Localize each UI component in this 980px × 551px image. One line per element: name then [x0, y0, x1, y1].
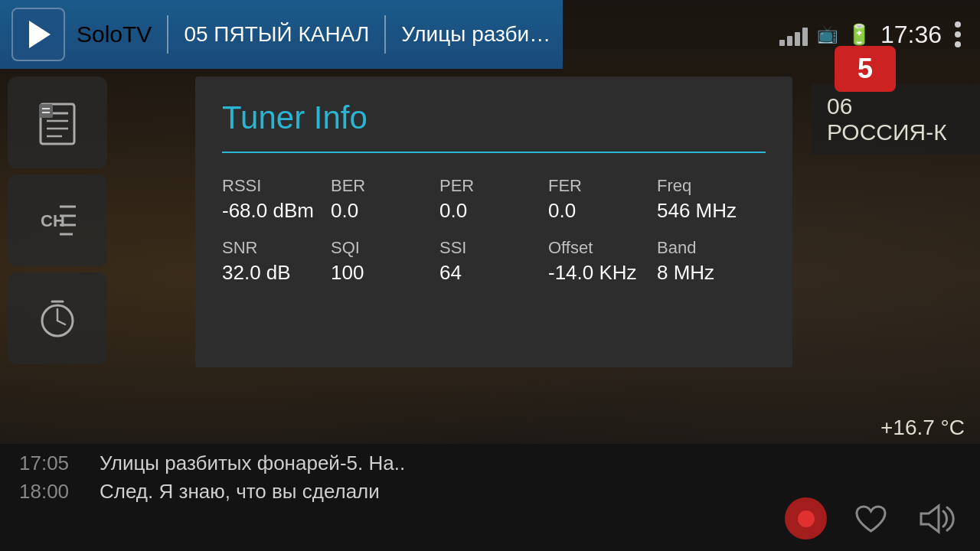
program-title-1: Улицы разбитых фонарей-5. На..: [100, 452, 405, 475]
svg-marker-17: [921, 506, 939, 532]
svg-line-15: [57, 321, 65, 324]
tuner-fer: FER 0.0: [548, 176, 657, 223]
play-icon: [29, 21, 51, 48]
program-time-2: 18:00: [19, 480, 80, 504]
tuner-data-grid: RSSI -68.0 dBm BER 0.0 PER 0.0 FER 0.0 F…: [222, 176, 766, 285]
tuner-per-label: PER: [439, 176, 548, 196]
tuner-freq-label: Freq: [657, 176, 766, 196]
tuner-ssi-value: 64: [439, 261, 548, 285]
tuner-fer-label: FER: [548, 176, 657, 196]
channel5-number: 5: [858, 53, 873, 85]
right-channel-card: 06 РОССИЯ-К: [812, 84, 980, 155]
sidebar-item-timer[interactable]: [8, 272, 107, 364]
tuner-fer-value: 0.0: [548, 199, 657, 223]
signal-strength-icon: [779, 23, 808, 46]
tuner-freq: Freq 546 MHz: [657, 176, 766, 223]
tuner-sqi-value: 100: [331, 261, 439, 285]
tuner-offset: Offset -14.0 KHz: [548, 238, 657, 285]
channel5-logo: 5: [835, 46, 896, 92]
tuner-rssi: RSSI -68.0 dBm: [222, 176, 331, 223]
tuner-ber-label: BER: [331, 176, 439, 196]
dialog-title: Tuner Info: [222, 99, 766, 136]
header-divider: [167, 15, 168, 54]
temperature-display: +16.7 °C: [880, 416, 965, 440]
program-row-1: 17:05 Улицы разбитых фонарей-5. На..: [19, 452, 961, 475]
sidebar-item-channels[interactable]: CH: [8, 174, 107, 266]
header-channel: 05 ПЯТЫЙ КАНАЛ: [184, 22, 369, 47]
tuner-rssi-label: RSSI: [222, 176, 331, 196]
bottom-bar: 17:05 Улицы разбитых фонарей-5. На.. 18:…: [0, 444, 980, 551]
tuner-snr-label: SNR: [222, 238, 331, 258]
header-divider2: [384, 15, 386, 54]
tuner-sqi: SQI 100: [331, 238, 439, 285]
tuner-rssi-value: -68.0 dBm: [222, 199, 331, 223]
tuner-ber: BER 0.0: [331, 176, 439, 223]
menu-button[interactable]: [951, 18, 965, 51]
tuner-ssi-label: SSI: [439, 238, 548, 258]
record-button[interactable]: [785, 497, 827, 540]
sidebar: CH: [8, 77, 115, 364]
program-time-1: 17:05: [19, 452, 80, 475]
tuner-snr: SNR 32.0 dB: [222, 238, 331, 285]
program-title-2: След. Я знаю, что вы сделали: [100, 480, 380, 504]
right-channel-label: 06 РОССИЯ-К: [827, 93, 947, 145]
tuner-ssi: SSI 64: [439, 238, 548, 285]
dialog-separator: [222, 152, 766, 153]
tuner-snr-value: 32.0 dB: [222, 261, 331, 285]
svg-rect-5: [39, 104, 53, 118]
tuner-per-value: 0.0: [439, 199, 548, 223]
tuner-ber-value: 0.0: [331, 199, 439, 223]
svg-text:CH: CH: [41, 211, 65, 230]
app-logo[interactable]: [11, 8, 65, 61]
epg-icon: [34, 99, 80, 145]
header-program: Улицы разбитых ф...: [401, 22, 551, 47]
timer-icon: [34, 295, 80, 341]
status-time: 17:36: [880, 21, 942, 49]
tuner-info-dialog: Tuner Info RSSI -68.0 dBm BER 0.0 PER 0.…: [195, 77, 792, 367]
tuner-freq-value: 546 MHz: [657, 199, 766, 223]
favorite-button[interactable]: [850, 497, 892, 540]
header-bar: SoloTV 05 ПЯТЫЙ КАНАЛ Улицы разбитых ф..…: [0, 0, 563, 69]
tuner-per: PER 0.0: [439, 176, 548, 223]
channels-icon: CH: [34, 197, 80, 243]
battery-icon: 🔋: [847, 23, 871, 47]
sidebar-item-epg[interactable]: [8, 77, 107, 168]
bottom-actions: [785, 497, 957, 540]
tv-icon: 📺: [817, 24, 838, 44]
app-name: SoloTV: [77, 21, 152, 47]
tuner-offset-value: -14.0 KHz: [548, 261, 657, 285]
tuner-offset-label: Offset: [548, 238, 657, 258]
tuner-band-value: 8 MHz: [657, 261, 766, 285]
status-bar: 📺 🔋 17:36: [563, 0, 980, 69]
tuner-band: Band 8 MHz: [657, 238, 766, 285]
volume-button[interactable]: [915, 497, 957, 540]
volume-icon: [917, 504, 956, 534]
record-icon: [798, 510, 815, 527]
tuner-sqi-label: SQI: [331, 238, 439, 258]
tuner-band-label: Band: [657, 238, 766, 258]
heart-icon: [854, 504, 888, 534]
